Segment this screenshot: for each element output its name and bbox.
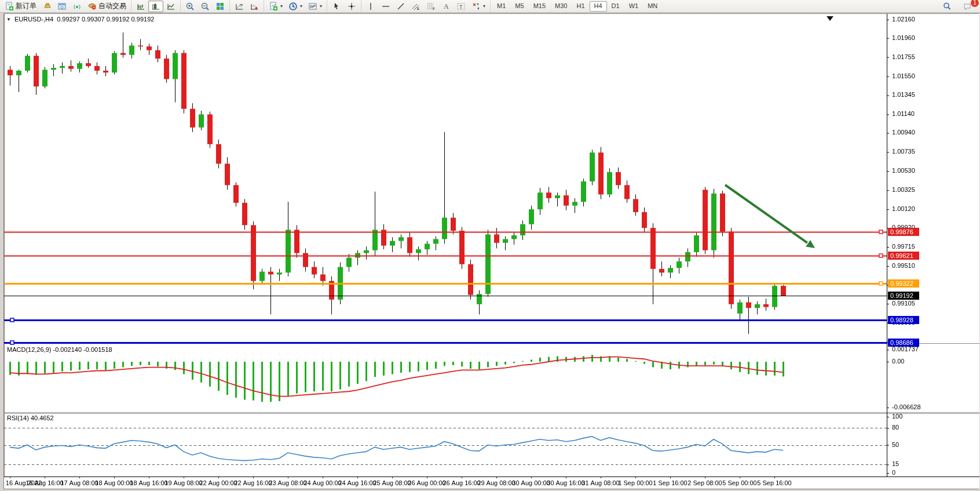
main-toolbar: 新订单自动交易▾▾▾EFAT▾M1M5M15M30H1H4D1W1MN1 (0, 0, 980, 13)
zoom-in-icon (185, 2, 195, 11)
autotrade-button[interactable]: 自动交易 (85, 1, 129, 12)
chart-shift-button[interactable] (247, 1, 262, 12)
chevron-down-icon[interactable]: ▾ (320, 3, 322, 9)
price-label-0.99322: 0.99322 (888, 279, 919, 288)
template-icon (308, 2, 317, 11)
price-label-0.99621: 0.99621 (888, 252, 919, 260)
autotrade-button-label: 自动交易 (98, 1, 126, 11)
signals-button[interactable] (70, 1, 85, 12)
new-chart-icon (269, 2, 278, 11)
clock-icon (288, 2, 298, 11)
price-label-0.98686: 0.98686 (888, 339, 919, 347)
svg-text:T: T (459, 3, 463, 9)
svg-text:E: E (417, 7, 419, 10)
svg-text:F: F (433, 7, 435, 10)
channel-icon: E (411, 2, 420, 11)
timeframe-button-m5[interactable]: M5 (510, 1, 528, 12)
toolbar-right-group: 1 (939, 0, 975, 13)
chevron-down-icon[interactable]: ▾ (300, 3, 302, 9)
timeframe-button-h1[interactable]: H1 (572, 1, 589, 12)
timeframe-button-m1[interactable]: M1 (492, 1, 510, 12)
timeframe-toolbar: M1M5M15M30H1H4D1W1MN (490, 0, 664, 13)
timeframe-button-m15[interactable]: M15 (529, 1, 550, 12)
notification-count-badge: 1 (971, 0, 979, 7)
toolbar-group-2 (180, 0, 229, 13)
autotrade-icon (87, 2, 97, 11)
vline-icon (366, 2, 375, 11)
vline-button[interactable] (363, 1, 378, 12)
candle-chart-icon (151, 2, 160, 11)
bar-chart-button[interactable] (133, 1, 148, 12)
hline-button[interactable] (378, 1, 393, 12)
cursor-icon (332, 2, 341, 11)
auto-scroll-icon (235, 2, 244, 11)
templates-button[interactable]: ▾ (305, 1, 325, 12)
market-watch-button[interactable] (54, 1, 70, 12)
arrows-icon (471, 2, 481, 11)
toolbar-group-6: EFAT▾ (361, 0, 490, 13)
toolbar-group-0: 新订单自动交易 (0, 0, 131, 13)
quotes-button[interactable] (39, 1, 54, 12)
chart-canvas[interactable] (4, 14, 979, 489)
zoom-in-button[interactable] (182, 1, 198, 12)
zoom-out-button[interactable] (198, 1, 213, 12)
toolbar-group-4: ▾▾▾ (264, 0, 327, 13)
line-chart-button[interactable] (163, 1, 178, 12)
price-label-0.98928: 0.98928 (888, 316, 919, 324)
label-icon: T (456, 2, 466, 11)
mt4-application: 新订单自动交易▾▾▾EFAT▾M1M5M15M30H1H4D1W1MN1 ▼ E… (0, 0, 980, 491)
symbol-period-label: EURUSD-,H4 (14, 16, 53, 23)
new-order-icon (5, 2, 14, 11)
price-label-0.99192: 0.99192 (888, 292, 919, 300)
auto-scroll-button[interactable] (232, 1, 247, 12)
search-button[interactable] (939, 1, 955, 12)
crosshair-icon (347, 2, 356, 11)
cursor-button[interactable] (329, 1, 344, 12)
trendline-button[interactable] (393, 1, 408, 12)
hline-icon (381, 2, 390, 11)
window-icon (57, 2, 67, 11)
chart-shift-icon (250, 2, 259, 11)
text-icon: A (441, 2, 451, 11)
macd-indicator-label: MACD(12,26,9) -0.002140 -0.001518 (7, 346, 112, 353)
periods-button[interactable]: ▾ (286, 1, 305, 12)
crosshair-button[interactable] (344, 1, 359, 12)
timeframe-button-mn[interactable]: MN (643, 1, 662, 12)
chart-shift-marker-icon[interactable] (827, 16, 833, 21)
notifications-button[interactable]: 1 (960, 1, 975, 12)
chevron-down-icon[interactable]: ▾ (280, 3, 283, 9)
rsi-indicator-label: RSI(14) 40.4652 (7, 414, 54, 421)
signal-icon (72, 2, 82, 11)
bar-chart-icon (136, 2, 145, 11)
new-order-button-label: 新订单 (16, 1, 36, 11)
search-icon (942, 2, 952, 11)
chevron-down-icon[interactable]: ▾ (483, 3, 485, 9)
gold-icon (42, 2, 52, 11)
price-label-0.99876: 0.99876 (888, 228, 919, 236)
toolbar-group-3 (229, 0, 264, 13)
ohlc-values-label: 0.99297 0.99307 0.99192 0.99192 (57, 16, 154, 23)
chart-symbol-header: ▼ EURUSD-,H4 0.99297 0.99307 0.99192 0.9… (6, 16, 154, 23)
zoom-out-icon (200, 2, 210, 11)
new-order-button[interactable]: 新订单 (2, 1, 39, 12)
timeframe-button-h4[interactable]: H4 (590, 1, 607, 12)
trendline-icon (396, 2, 405, 11)
line-chart-icon (166, 2, 175, 11)
timeframe-button-d1[interactable]: D1 (607, 1, 624, 12)
timeframe-button-w1[interactable]: W1 (624, 1, 643, 12)
svg-text:A: A (444, 2, 449, 10)
tile-windows-icon (215, 2, 225, 11)
one-click-trading-toggle-icon[interactable]: ▼ (6, 17, 11, 22)
new-chart-button[interactable]: ▾ (266, 1, 286, 12)
channel-button[interactable]: E (408, 1, 423, 12)
toolbar-group-5 (327, 0, 361, 13)
tile-windows-button[interactable] (213, 1, 228, 12)
text-button[interactable]: A (438, 1, 454, 12)
fibo-icon: F (426, 2, 436, 11)
fibo-button[interactable]: F (423, 1, 438, 12)
label-button[interactable]: T (454, 1, 469, 12)
toolbar-group-1 (131, 0, 180, 13)
arrows-button[interactable]: ▾ (469, 1, 488, 12)
timeframe-button-m30[interactable]: M30 (550, 1, 572, 12)
candle-chart-button[interactable] (148, 1, 163, 12)
